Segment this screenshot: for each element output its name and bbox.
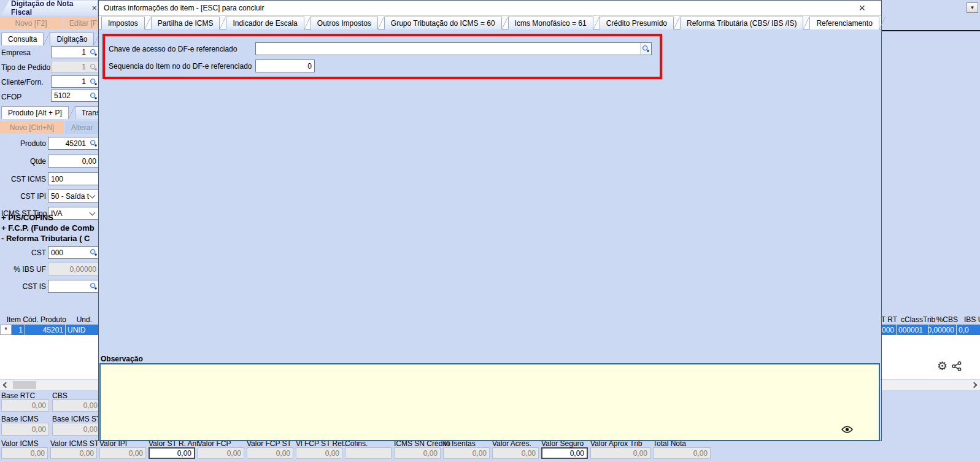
- tab-digitacao[interactable]: Digitação: [50, 33, 94, 45]
- dropdown-button[interactable]: ▼: [966, 2, 978, 13]
- modal-tab[interactable]: Partilha de ICMS: [151, 17, 220, 29]
- modal-tab[interactable]: Indicador de Escala: [226, 17, 304, 29]
- summary-field-value[interactable]: 0,00: [247, 447, 293, 459]
- summary-field-value[interactable]: 0,00: [198, 447, 244, 459]
- scroll-right-arrow[interactable]: [970, 380, 980, 390]
- window-tab-digitacao-nota-fiscal[interactable]: Digitação de Nota Fiscal ×: [1, 1, 97, 15]
- summary-field-value[interactable]: [345, 447, 392, 459]
- cst-is-input[interactable]: [48, 280, 99, 293]
- summary-field: Vl FCP ST Ret. 0,00: [296, 439, 342, 459]
- summary-field: Valor IPI 0,00: [99, 439, 146, 459]
- grid-header-cclasstrib: cClassTrib: [901, 315, 935, 324]
- modal-tab[interactable]: Crédito Presumido: [600, 17, 674, 29]
- highlight-red-box: [102, 34, 662, 79]
- icms-st-tipo-select[interactable]: IVA: [48, 207, 99, 220]
- observacao-textarea[interactable]: [99, 363, 880, 441]
- summary-field: Valor Acrés. 0,00: [492, 439, 539, 459]
- modal-close-icon[interactable]: ×: [858, 2, 865, 13]
- produto-input[interactable]: 45201: [48, 137, 99, 150]
- modal-tab[interactable]: Grupo Tributação do ICMS = 60: [384, 17, 502, 29]
- qtde-input[interactable]: 0,00: [48, 155, 99, 167]
- tab-separator: [378, 17, 384, 29]
- grid-header-ibs: IBS U: [964, 315, 980, 324]
- tab-consulta[interactable]: Consulta: [1, 33, 44, 45]
- summary-field-value[interactable]: 0,00: [443, 447, 490, 459]
- modal-tab[interactable]: Impostos: [101, 17, 145, 29]
- section-reforma-tributaria[interactable]: - Reforma Tributaria ( C: [1, 234, 90, 243]
- lookup-icon[interactable]: [88, 90, 99, 101]
- summary-field: Valor FCP 0,00: [198, 439, 244, 459]
- scroll-thumb[interactable]: [13, 381, 36, 389]
- sequencia-item-input[interactable]: 0: [255, 60, 315, 72]
- modal-tab[interactable]: Outros Impostos: [311, 17, 378, 29]
- lookup-icon[interactable]: [88, 137, 99, 149]
- grid-cell-cbs-pct: 0,00000: [928, 325, 957, 335]
- chave-acesso-input[interactable]: [255, 42, 652, 55]
- hscrollbar-left[interactable]: [0, 380, 98, 390]
- tab-separator: [69, 106, 75, 119]
- section-fcp[interactable]: + F.C.P. (Fundo de Comb: [1, 223, 95, 233]
- summary-field-value[interactable]: 0,00: [1, 447, 48, 459]
- grid-row-selected-right[interactable]: 000 000001 0,00000 0,0: [865, 325, 980, 335]
- modal-tab[interactable]: Icms Monofásico = 61: [508, 17, 593, 29]
- grid-body-left: [0, 335, 98, 379]
- summary-field-value[interactable]: 0,00: [99, 447, 146, 459]
- grid-body-right: [882, 335, 980, 379]
- lookup-icon[interactable]: [88, 76, 99, 87]
- summary-field-label: Valor ICMS ST: [50, 439, 97, 447]
- modal-tab[interactable]: Referenciamento: [809, 17, 879, 29]
- lookup-icon[interactable]: [88, 47, 99, 58]
- summary-field: Cofins.: [345, 439, 392, 459]
- grid-header-item: Item: [5, 315, 21, 324]
- hscrollbar-right[interactable]: [882, 380, 980, 390]
- alterar-button[interactable]: Alterar: [65, 121, 100, 134]
- base-icms-st-field: 0,00: [52, 423, 101, 436]
- summary-field-value[interactable]: 0,00: [590, 447, 650, 459]
- summary-field-value[interactable]: 0,00: [653, 447, 711, 459]
- tab-produto[interactable]: Produto [Alt + P]: [1, 106, 69, 119]
- qtde-label: Qtde: [1, 157, 46, 166]
- outras-informacoes-modal: Outras informações do item - [ESC] para …: [98, 0, 882, 441]
- modal-tab[interactable]: Reforma Tributária (CBS/ IBS /IS): [680, 17, 803, 29]
- share-icon[interactable]: [952, 361, 962, 373]
- cst-input[interactable]: 000: [48, 246, 99, 259]
- lookup-icon[interactable]: [640, 43, 651, 55]
- novo-ctrln-button[interactable]: Novo [Ctrl+N]: [0, 121, 64, 134]
- summary-field-value[interactable]: 0,00: [50, 447, 97, 459]
- section-pis-cofins[interactable]: + PIS/COFINS: [1, 213, 53, 222]
- summary-field-value[interactable]: 0,00: [296, 447, 342, 459]
- empresa-input[interactable]: 1: [51, 46, 99, 58]
- cst-ipi-select[interactable]: 50 - Saída t: [48, 190, 99, 202]
- eye-icon[interactable]: [841, 426, 853, 435]
- cfop-input[interactable]: 5102: [51, 90, 99, 102]
- tab-separator: [44, 33, 50, 45]
- gear-icon[interactable]: ⚙: [937, 359, 947, 372]
- cliente-forn-input[interactable]: 1: [51, 75, 99, 88]
- chave-acesso-label: Chave de acesso do DF-e referenciado: [109, 45, 237, 53]
- scroll-left-arrow[interactable]: [0, 380, 10, 390]
- summary-field: Valor Aprox Trib 0,00: [590, 439, 650, 459]
- summary-field-value[interactable]: 0,00: [149, 447, 195, 459]
- lookup-icon[interactable]: [88, 280, 99, 292]
- ibs-uf-input: 0,00000: [48, 263, 99, 275]
- summary-field: Valor ST R. Ant. 0,00: [149, 439, 195, 459]
- chevron-down-icon: [90, 210, 96, 216]
- modal-titlebar: Outras informações do item - [ESC] para …: [99, 1, 881, 16]
- ibs-uf-label: % IBS UF: [1, 265, 46, 274]
- summary-field-value[interactable]: 0,00: [492, 447, 539, 459]
- grid-cell-ibs: 0,0: [957, 325, 980, 335]
- window-tab-close-icon[interactable]: ×: [92, 4, 97, 12]
- cst-label: CST: [1, 248, 46, 257]
- tipo-pedido-input: 1: [51, 61, 99, 73]
- tab-separator: [145, 17, 151, 29]
- summary-field: Vl Isentas 0,00: [443, 439, 490, 459]
- cst-icms-label: CST ICMS: [1, 175, 46, 183]
- summary-field-value[interactable]: 0,00: [394, 447, 441, 459]
- summary-field-value[interactable]: 0,00: [541, 447, 588, 459]
- grid-row-marker: *: [0, 325, 12, 335]
- novo-f2-button[interactable]: Novo [F2]: [0, 17, 62, 29]
- grid-header-und: Und.: [69, 315, 92, 324]
- lookup-icon[interactable]: [88, 247, 99, 258]
- cst-icms-input[interactable]: 100: [48, 172, 99, 185]
- grid-row-selected-left[interactable]: 1 45201 UNID: [12, 325, 98, 335]
